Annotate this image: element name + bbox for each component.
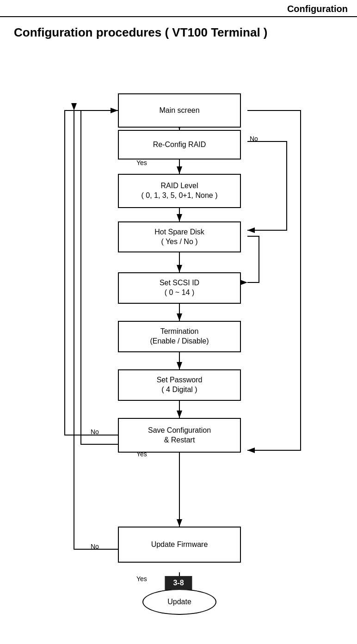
oval-update: Update <box>142 589 216 615</box>
page-header: Configuration <box>0 0 357 17</box>
box-set-scsi: Set SCSI ID ( 0 ~ 14 ) <box>118 272 241 304</box>
box-termination: Termination (Enable / Disable) <box>118 321 241 352</box>
box-main-screen: Main screen <box>118 93 241 128</box>
box-save-config: Save Configuration & Restart <box>118 418 241 453</box>
box-hot-spare: Hot Spare Disk ( Yes / No ) <box>118 221 241 252</box>
label-no3: No <box>91 543 99 550</box>
label-yes1: Yes <box>136 159 147 166</box>
page-number: 3-8 <box>165 576 192 590</box>
label-yes2: Yes <box>136 450 147 458</box>
box-raid-level: RAID Level ( 0, 1, 3, 5, 0+1, None ) <box>118 174 241 208</box>
page-title: Configuration procedures ( VT100 Termina… <box>0 17 357 44</box>
header-title: Configuration <box>287 4 348 14</box>
diagram-container: Main screen Re-Config RAID RAID Level ( … <box>0 44 357 608</box>
box-reconfig-raid: Re-Config RAID <box>118 130 241 159</box>
label-no2: No <box>91 428 99 435</box>
box-set-password: Set Password ( 4 Digital ) <box>118 369 241 401</box>
box-update-firmware: Update Firmware <box>118 527 241 563</box>
label-no1: No <box>250 135 258 142</box>
label-yes3: Yes <box>136 575 147 583</box>
